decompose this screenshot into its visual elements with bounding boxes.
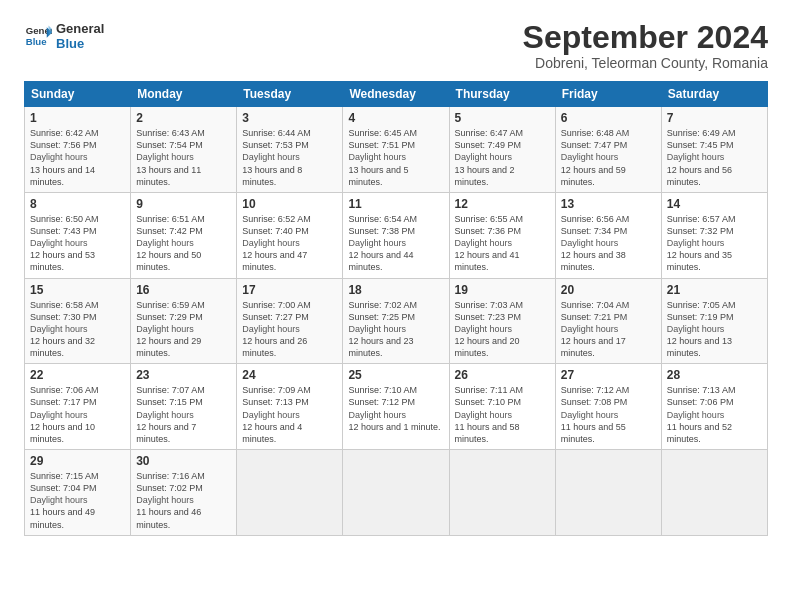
table-row: 14Sunrise: 6:57 AMSunset: 7:32 PMDayligh… [661,192,767,278]
header: General Blue General Blue September 2024… [24,20,768,71]
table-row: 17Sunrise: 7:00 AMSunset: 7:27 PMDayligh… [237,278,343,364]
table-row: 20Sunrise: 7:04 AMSunset: 7:21 PMDayligh… [555,278,661,364]
table-row: 19Sunrise: 7:03 AMSunset: 7:23 PMDayligh… [449,278,555,364]
table-row: 18Sunrise: 7:02 AMSunset: 7:25 PMDayligh… [343,278,449,364]
col-header-sunday: Sunday [25,82,131,107]
table-row: 25Sunrise: 7:10 AMSunset: 7:12 PMDayligh… [343,364,449,450]
location: Dobreni, Teleorman County, Romania [523,55,768,71]
table-row: 13Sunrise: 6:56 AMSunset: 7:34 PMDayligh… [555,192,661,278]
table-row [449,450,555,536]
table-row: 22Sunrise: 7:06 AMSunset: 7:17 PMDayligh… [25,364,131,450]
table-row: 5Sunrise: 6:47 AMSunset: 7:49 PMDaylight… [449,107,555,193]
table-row: 21Sunrise: 7:05 AMSunset: 7:19 PMDayligh… [661,278,767,364]
table-row: 10Sunrise: 6:52 AMSunset: 7:40 PMDayligh… [237,192,343,278]
svg-text:Blue: Blue [26,36,47,47]
table-row: 1Sunrise: 6:42 AMSunset: 7:56 PMDaylight… [25,107,131,193]
col-header-tuesday: Tuesday [237,82,343,107]
table-row: 27Sunrise: 7:12 AMSunset: 7:08 PMDayligh… [555,364,661,450]
table-row: 15Sunrise: 6:58 AMSunset: 7:30 PMDayligh… [25,278,131,364]
table-row: 11Sunrise: 6:54 AMSunset: 7:38 PMDayligh… [343,192,449,278]
calendar-table: SundayMondayTuesdayWednesdayThursdayFrid… [24,81,768,536]
logo-general: General [56,22,104,37]
col-header-saturday: Saturday [661,82,767,107]
table-row: 9Sunrise: 6:51 AMSunset: 7:42 PMDaylight… [131,192,237,278]
col-header-wednesday: Wednesday [343,82,449,107]
table-row: 2Sunrise: 6:43 AMSunset: 7:54 PMDaylight… [131,107,237,193]
table-row: 4Sunrise: 6:45 AMSunset: 7:51 PMDaylight… [343,107,449,193]
table-row: 8Sunrise: 6:50 AMSunset: 7:43 PMDaylight… [25,192,131,278]
table-row: 28Sunrise: 7:13 AMSunset: 7:06 PMDayligh… [661,364,767,450]
calendar-page: General Blue General Blue September 2024… [0,0,792,612]
month-title: September 2024 [523,20,768,55]
col-header-thursday: Thursday [449,82,555,107]
table-row: 6Sunrise: 6:48 AMSunset: 7:47 PMDaylight… [555,107,661,193]
table-row: 23Sunrise: 7:07 AMSunset: 7:15 PMDayligh… [131,364,237,450]
table-row: 3Sunrise: 6:44 AMSunset: 7:53 PMDaylight… [237,107,343,193]
table-row: 24Sunrise: 7:09 AMSunset: 7:13 PMDayligh… [237,364,343,450]
logo-blue: Blue [56,37,104,52]
table-row [555,450,661,536]
table-row: 7Sunrise: 6:49 AMSunset: 7:45 PMDaylight… [661,107,767,193]
table-row [343,450,449,536]
table-row: 26Sunrise: 7:11 AMSunset: 7:10 PMDayligh… [449,364,555,450]
table-row: 12Sunrise: 6:55 AMSunset: 7:36 PMDayligh… [449,192,555,278]
title-block: September 2024 Dobreni, Teleorman County… [523,20,768,71]
table-row: 30Sunrise: 7:16 AMSunset: 7:02 PMDayligh… [131,450,237,536]
table-row [237,450,343,536]
logo: General Blue General Blue [24,20,104,52]
col-header-friday: Friday [555,82,661,107]
table-row: 29Sunrise: 7:15 AMSunset: 7:04 PMDayligh… [25,450,131,536]
table-row [661,450,767,536]
logo-icon: General Blue [24,22,52,50]
col-header-monday: Monday [131,82,237,107]
table-row: 16Sunrise: 6:59 AMSunset: 7:29 PMDayligh… [131,278,237,364]
